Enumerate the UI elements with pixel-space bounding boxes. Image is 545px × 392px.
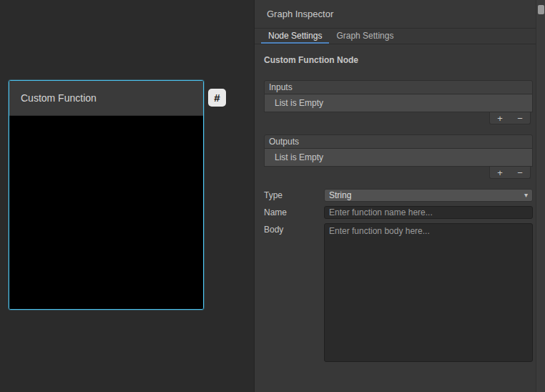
outputs-footer-bar: + −: [489, 167, 531, 179]
panel-title: Graph Inspector: [267, 9, 333, 19]
inspector-tabs: Node Settings Graph Settings: [255, 29, 545, 44]
tab-node-settings[interactable]: Node Settings: [261, 29, 329, 44]
node-preview-body: [9, 116, 203, 310]
inputs-remove-button[interactable]: −: [513, 114, 527, 123]
outputs-remove-button[interactable]: −: [513, 168, 527, 177]
type-field-row: Type String ▾: [264, 189, 533, 202]
inputs-list-header-label: Inputs: [269, 82, 293, 92]
outputs-list: Outputs List is Empty + −: [264, 134, 533, 180]
inputs-footer-bar: + −: [489, 112, 531, 124]
type-dropdown[interactable]: String ▾: [324, 189, 533, 202]
inspector-header: Graph Inspector: [255, 0, 545, 29]
type-dropdown-value: String: [329, 190, 351, 200]
outputs-list-footer: + −: [264, 167, 533, 180]
node-section-title: Custom Function Node: [264, 55, 533, 65]
outputs-add-button[interactable]: +: [493, 168, 507, 177]
outputs-list-empty-row: List is Empty: [264, 149, 533, 167]
body-label: Body: [264, 223, 324, 235]
graph-canvas[interactable]: Custom Function #: [0, 0, 254, 392]
scrollbar-thumb[interactable]: [538, 5, 544, 14]
hash-badge-button[interactable]: #: [208, 89, 226, 107]
body-field-row: Body: [264, 223, 533, 362]
node-header[interactable]: Custom Function: [9, 81, 203, 116]
inputs-list-empty-row: List is Empty: [264, 94, 533, 112]
outputs-empty-label: List is Empty: [275, 152, 323, 162]
function-name-input[interactable]: [324, 206, 533, 219]
node-title: Custom Function: [21, 92, 97, 104]
type-label: Type: [264, 189, 324, 200]
tab-graph-settings[interactable]: Graph Settings: [329, 29, 401, 44]
graph-inspector-panel: Graph Inspector Node Settings Graph Sett…: [254, 0, 545, 392]
chevron-down-icon: ▾: [524, 192, 528, 199]
name-label: Name: [264, 206, 324, 217]
outputs-list-header-label: Outputs: [269, 137, 299, 147]
function-body-textarea[interactable]: [324, 223, 533, 362]
inputs-add-button[interactable]: +: [493, 114, 507, 123]
inputs-list-header: Inputs: [264, 80, 533, 94]
inputs-empty-label: List is Empty: [275, 98, 323, 108]
outputs-list-header: Outputs: [264, 134, 533, 149]
vertical-scrollbar[interactable]: [536, 0, 545, 392]
inspector-content: Custom Function Node Inputs List is Empt…: [255, 44, 545, 362]
custom-function-node[interactable]: Custom Function: [9, 80, 204, 310]
inputs-list: Inputs List is Empty + −: [264, 80, 533, 125]
inputs-list-footer: + −: [264, 112, 533, 125]
name-field-row: Name: [264, 206, 533, 219]
